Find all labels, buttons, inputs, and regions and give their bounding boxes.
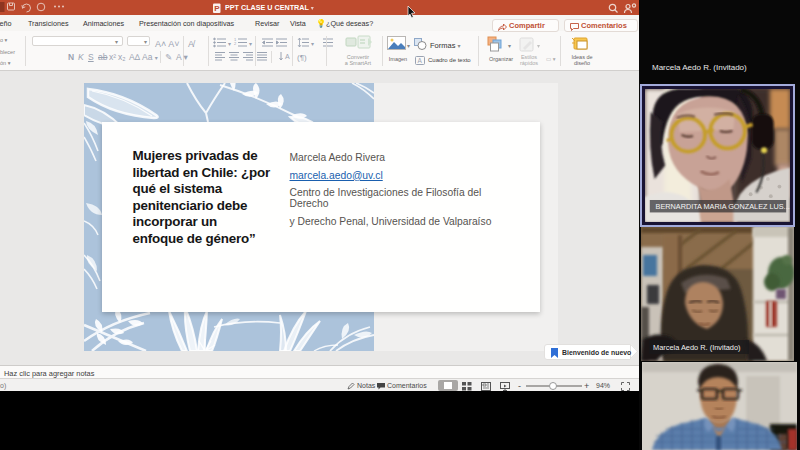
svg-text:Marcela Aedo R. (Invitado): Marcela Aedo R. (Invitado): [653, 343, 741, 352]
svg-text:A: A: [418, 57, 423, 64]
svg-text:A: A: [285, 53, 290, 60]
svg-text:▾: ▾: [228, 41, 231, 47]
svg-text:BERNARDITA MARIA GONZALEZ LUS.: BERNARDITA MARIA GONZALEZ LUS...: [656, 202, 790, 211]
svg-text:P: P: [214, 4, 220, 13]
svg-text:▾: ▾: [249, 41, 252, 47]
svg-text:▾: ▾: [311, 41, 314, 47]
svg-text:2: 2: [234, 41, 237, 46]
svg-text:(¶): (¶): [297, 53, 307, 62]
